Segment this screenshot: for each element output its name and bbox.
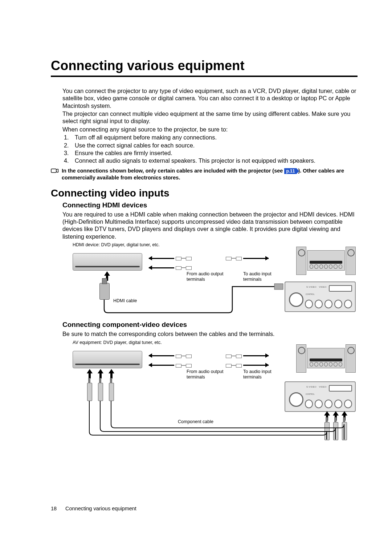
step-3: Ensure the cables are firmly inserted.: [70, 149, 358, 157]
svg-rect-0: [51, 169, 56, 173]
svg-rect-1: [274, 284, 283, 289]
component-cable-label: Component cable: [178, 419, 213, 425]
title-rule: [51, 76, 358, 77]
arrow-up-icon: [87, 369, 92, 378]
page-ref-tag: p.11: [284, 168, 297, 174]
intro-paragraph-1: You can connect the projector to any typ…: [62, 87, 358, 109]
rca-plug-icon: [333, 422, 338, 440]
stereo-system-icon: [296, 344, 356, 372]
source-device-icon: [73, 351, 142, 368]
hdmi-diagram: HDMI device: DVD player, digital tuner, …: [73, 242, 356, 314]
to-audio-label: To audio input terminals: [243, 271, 279, 282]
projector-panel-icon: S-VIDEO VIDEO CONTROL: [285, 381, 356, 412]
from-audio-label: From audio output terminals: [187, 271, 230, 282]
audio-link-icon: [149, 255, 269, 271]
page-number: 18: [51, 506, 64, 511]
note-text: In the connections shown below, only cer…: [62, 167, 358, 182]
source-device-icon: [73, 253, 142, 271]
steps-list: Turn off all equipment before making any…: [62, 134, 358, 164]
hdmi-paragraph: You are required to use a HDMI cable whe…: [62, 211, 358, 240]
step-4: Connect all audio signals to external sp…: [70, 157, 358, 164]
hdmi-plug-icon: [99, 283, 110, 300]
component-diagram: AV equipment: DVD player, digital tuner,…: [73, 340, 356, 439]
intro-paragraph-2: The projector can connect multiple video…: [62, 110, 358, 125]
hdmi-cable-label: HDMI cable: [113, 298, 137, 304]
subsection-component: Connecting component-video devices: [62, 321, 358, 329]
footer-text: Connecting various equipment: [65, 506, 136, 511]
component-paragraph: Be sure to match the corresponding color…: [62, 330, 358, 337]
rca-plug-icon: [342, 422, 347, 440]
note-icon: [51, 168, 60, 176]
projector-panel-icon: S-VIDEO VIDEO CONTROL: [285, 281, 356, 312]
step-1: Turn off all equipment before making any…: [70, 134, 358, 141]
section-heading: Connecting video inputs: [51, 187, 358, 199]
step-2: Use the correct signal cables for each s…: [70, 142, 358, 149]
to-audio-label: To audio input terminals: [243, 369, 279, 380]
note-row: In the connections shown below, only cer…: [51, 167, 358, 182]
intro-paragraph-3: When connecting any signal source to the…: [62, 126, 358, 133]
from-audio-label: From audio output terminals: [187, 369, 230, 380]
rca-plug-icon: [98, 383, 103, 401]
subsection-hdmi: Connecting HDMI devices: [62, 201, 358, 209]
page-title: Connecting various equipment: [51, 58, 358, 73]
page-footer: 18 Connecting various equipment: [51, 506, 136, 511]
audio-link-icon: [149, 352, 269, 369]
intro-block: You can connect the projector to any typ…: [62, 87, 358, 165]
stereo-system-icon: [296, 247, 356, 274]
rca-plug-icon: [87, 383, 92, 401]
rca-plug-icon: [109, 383, 114, 401]
rca-plug-icon: [324, 422, 330, 440]
arrow-up-icon: [109, 369, 114, 378]
arrow-up-icon: [98, 369, 103, 378]
